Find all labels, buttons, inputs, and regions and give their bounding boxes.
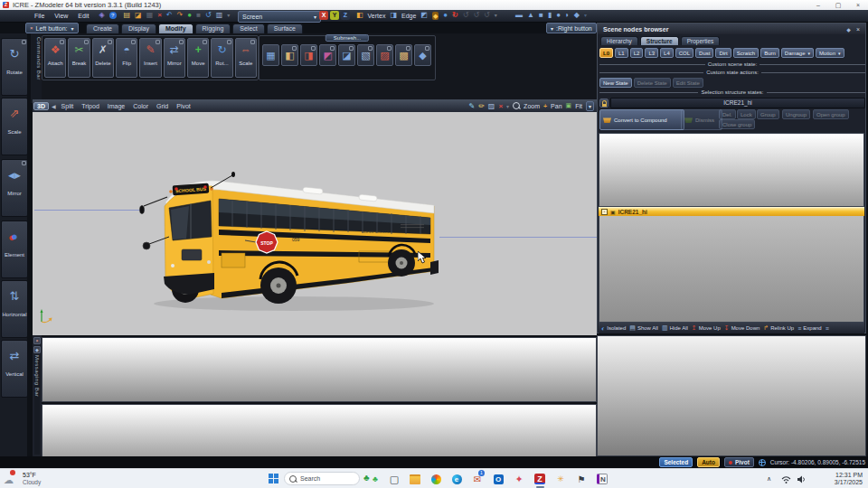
new-file-icon[interactable]: ▤ [124,10,131,21]
layer-l3-button[interactable]: L3 [645,48,658,58]
break-button[interactable]: ✂Break [68,38,90,78]
scale-button[interactable]: ⇔Scale [235,38,257,78]
toolbar-overflow-icon[interactable]: ▾ [227,10,230,21]
viewport-menu-grid[interactable]: Grid [156,103,168,109]
tab-modify[interactable]: Modify [158,23,193,33]
new-state-button[interactable]: New State [599,78,632,88]
layer-l2-button[interactable]: L2 [630,48,644,58]
paint-overflow-icon[interactable]: ▾ [506,103,509,109]
group-button[interactable]: Group [757,109,779,119]
ungroup-button[interactable]: Ungroup [782,109,810,119]
left-button-select[interactable]: × Left button: ▾ [25,23,79,33]
viewport-menu-pivot[interactable]: Pivot [176,103,191,109]
task-view-button[interactable]: ▢ [387,472,401,486]
motion-dropdown[interactable]: Motion▾ [816,48,844,58]
expand-button[interactable]: ≡Expand [797,325,821,332]
messaging-bar-title[interactable]: Messaging Bar [34,355,40,455]
tab-rigging[interactable]: Rigging [195,23,231,33]
pencil-icon[interactable]: ✏ [478,102,485,110]
close-button[interactable]: × [848,2,868,8]
move-down-button[interactable]: ↧Move Down [724,324,760,332]
show-all-button[interactable]: ▤Show All [629,324,658,332]
fit-label[interactable]: Fit [575,103,582,109]
minimize-button[interactable]: – [808,2,828,8]
open-group-button[interactable]: Open group [813,109,849,119]
pivot-mode-button[interactable]: Pivot [724,457,754,467]
outlook-button[interactable]: O [491,472,505,486]
submesh-tool-1-icon[interactable]: ▦ [262,44,279,66]
weather-widget[interactable]: ☁ [4,471,14,487]
insert-button[interactable]: ✎Insert [139,38,161,78]
dismiss-button[interactable]: Dismiss [681,109,722,130]
close-panel-icon[interactable]: × [854,26,863,33]
stop-icon[interactable]: ■ [196,10,201,21]
delete-state-button[interactable]: Delete State [634,78,671,88]
damage-dropdown[interactable]: Damage▾ [781,48,814,58]
clock-date[interactable]: 3/17/2025 [816,479,863,485]
fit-icon[interactable]: ▣ [566,102,572,109]
undo-icon[interactable]: ↶ [166,10,173,21]
submesh-tool-7-icon[interactable]: ▨ [376,44,393,66]
axis-z-button[interactable]: Z [341,11,350,20]
attach-button[interactable]: ❖Attach [44,38,66,78]
viewport-options-dropdown[interactable]: ▾ [586,101,594,111]
magnet-option-1-icon[interactable]: ↺ [463,10,469,21]
pan-icon[interactable]: + [543,103,547,109]
active-mode-icon[interactable]: ◆ [432,12,439,20]
delete-button[interactable]: ✗Delete [92,38,114,78]
edit-state-button[interactable]: Edit State [673,78,703,88]
del-button[interactable]: Del. [719,109,736,119]
aux-panel[interactable] [597,335,866,456]
selected-mode-button[interactable]: Selected [659,457,693,467]
select-mode-icon[interactable]: ● [443,10,448,21]
lock-button[interactable]: Lock [737,109,756,119]
layer-scratch-button[interactable]: Scratch [733,48,759,58]
tab-create[interactable]: Create [86,23,119,33]
notes-icon[interactable]: ▥ [216,10,223,21]
hide-all-button[interactable]: ▥Hide All [662,324,688,332]
pin-messaging-icon[interactable]: ◆ [33,346,41,353]
submesh-tool-2-icon[interactable]: ◧ [281,44,298,66]
history-back-icon[interactable]: ↺ [205,10,212,21]
right-button-select[interactable]: ▾ :Right button [546,23,597,33]
tab-structure[interactable]: Structure [640,36,679,45]
menu-view[interactable]: View [54,13,68,19]
pan-label[interactable]: Pan [551,103,561,109]
viewport-menu-tripod[interactable]: Tripod [81,103,99,109]
isolated-button[interactable]: ◐Isolated [601,325,626,332]
delete-icon[interactable]: × [157,10,162,21]
submesh-tool-9-icon[interactable]: ◆ [414,44,431,66]
flip-button[interactable]: ◓Flip [116,38,137,78]
layer-l1-button[interactable]: L1 [615,48,628,58]
axis-y-button[interactable]: Y [330,11,339,20]
magnet-option-2-icon[interactable]: ↺ [473,10,479,21]
primitive-plane-icon[interactable]: ▬ [515,10,523,21]
zoom-icon[interactable] [513,102,520,109]
save-icon[interactable]: ▦ [146,10,154,21]
layer-dust-button[interactable]: Dust [695,48,713,58]
clock-time[interactable]: 12:31 PM [816,472,863,478]
pin-icon[interactable]: ◆ [844,26,854,33]
magnet-overflow-icon[interactable]: ▾ [495,10,497,21]
edge-button[interactable]: e [449,472,464,486]
primitive-wedge-icon[interactable]: ◆ [574,10,580,21]
texture-icon[interactable]: ▨ [488,102,495,110]
submesh-tool-5-icon[interactable]: ◪ [338,44,355,66]
primitive-sphere-icon[interactable]: ● [556,10,561,21]
list-options-icon[interactable]: ≡ [826,325,829,332]
rotate-tool-button[interactable]: ↻ Rotate [1,38,28,96]
viewport-menu-color[interactable]: Color [133,103,148,109]
tree-item-icre21-hi[interactable]: + ▣ ICRE21_hi [599,207,864,216]
close-messaging-icon[interactable]: × [33,337,41,344]
rotate-button[interactable]: ↻Rot... [211,38,232,78]
view-mode-button[interactable]: 3D [33,102,49,110]
submesh-tool-3-icon[interactable]: ◨ [300,44,317,66]
redo-icon[interactable]: ↷ [177,10,184,21]
primitive-cylinder-icon[interactable]: ▮ [548,10,552,21]
tray-chevron-icon[interactable]: ∧ [767,475,771,483]
copilot-button[interactable] [429,472,443,486]
submesh-tool-4-icon[interactable]: ◩ [319,44,336,66]
tab-select[interactable]: Select [232,23,264,33]
tab-surface[interactable]: Surface [267,23,303,33]
game-app-button[interactable]: ✦ [512,472,526,486]
